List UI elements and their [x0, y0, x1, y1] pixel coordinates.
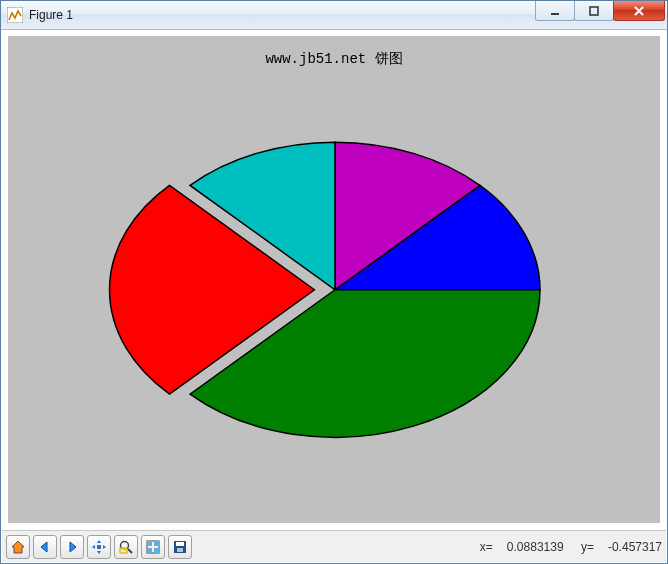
home-button[interactable] [6, 535, 30, 559]
svg-rect-5 [120, 548, 127, 553]
plot-canvas[interactable]: www.jb51.net 饼图 [8, 36, 660, 523]
cursor-coords: x=0.0883139 y=-0.457317 [466, 540, 662, 554]
back-button[interactable] [33, 535, 57, 559]
svg-rect-8 [154, 541, 159, 546]
pie-chart [8, 36, 662, 524]
arrow-right-icon [64, 539, 80, 555]
close-button[interactable] [613, 1, 665, 21]
forward-button[interactable] [60, 535, 84, 559]
figure-window: Figure 1 www.jb51.net 饼图 [0, 0, 668, 564]
svg-rect-10 [154, 548, 159, 553]
svg-rect-13 [177, 548, 183, 552]
svg-rect-2 [590, 7, 598, 15]
svg-rect-7 [147, 541, 152, 546]
subplots-button[interactable] [141, 535, 165, 559]
pan-icon [91, 539, 107, 555]
subplots-icon [145, 539, 161, 555]
zoom-button[interactable] [114, 535, 138, 559]
zoom-icon [118, 539, 134, 555]
app-icon [7, 7, 23, 23]
maximize-button[interactable] [574, 1, 614, 21]
coord-y: y=-0.457317 [581, 540, 662, 554]
pan-button[interactable] [87, 535, 111, 559]
svg-rect-12 [176, 542, 184, 546]
minimize-button[interactable] [535, 1, 575, 21]
home-icon [10, 539, 26, 555]
save-icon [172, 539, 188, 555]
save-button[interactable] [168, 535, 192, 559]
window-buttons [536, 1, 665, 21]
coord-x: x=0.0883139 [480, 540, 564, 554]
svg-rect-1 [551, 13, 559, 15]
canvas-frame: www.jb51.net 饼图 [2, 30, 666, 529]
titlebar[interactable]: Figure 1 [1, 1, 667, 30]
arrow-left-icon [37, 539, 53, 555]
svg-rect-3 [97, 545, 101, 549]
nav-toolbar: x=0.0883139 y=-0.457317 [2, 530, 666, 562]
window-title: Figure 1 [29, 8, 73, 22]
svg-rect-9 [147, 548, 152, 553]
